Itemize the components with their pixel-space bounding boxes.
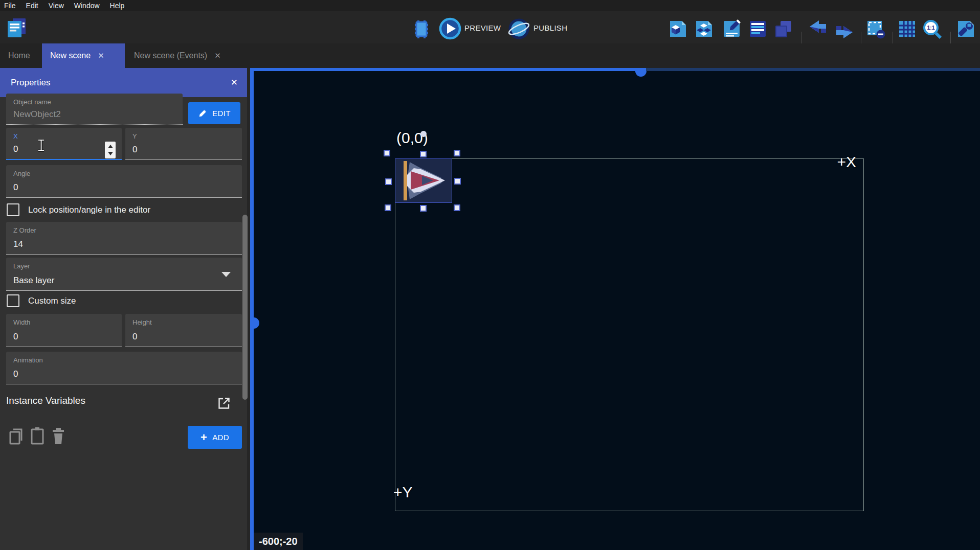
cursor-coordinates: -600;-20	[259, 536, 298, 547]
tab-label: Home	[8, 51, 30, 60]
tab-label: New scene	[50, 51, 91, 60]
redo-icon[interactable]	[834, 20, 854, 39]
resize-handle-bottom-center[interactable]	[420, 205, 427, 212]
object-name-value: NewObject2	[13, 109, 61, 120]
open-settings-icon[interactable]	[956, 19, 975, 38]
custom-size-checkbox[interactable]	[7, 294, 19, 307]
debug-icon[interactable]	[410, 19, 433, 39]
resize-handle-bottom-left[interactable]	[385, 204, 391, 211]
undo-icon[interactable]	[808, 19, 829, 38]
project-manager-icon[interactable]	[5, 17, 28, 40]
width-label: Width	[13, 318, 30, 326]
menu-bar: File Edit View Window Help	[0, 0, 980, 11]
tab-label: New scene (Events)	[134, 51, 207, 60]
tab-close-icon[interactable]: ✕	[214, 51, 221, 60]
z-order-label: Z Order	[13, 226, 36, 234]
menu-window[interactable]: Window	[74, 2, 100, 10]
open-instances-list-icon[interactable]	[748, 19, 767, 38]
properties-panel-header: Properties ✕	[0, 68, 247, 97]
delete-icon[interactable]	[51, 427, 65, 447]
axis-x-label: +X	[822, 153, 856, 171]
publish-label[interactable]: PUBLISH	[533, 24, 567, 32]
tab-close-icon[interactable]: ✕	[98, 51, 104, 60]
resize-handle-top-right[interactable]	[454, 150, 460, 156]
preview-label[interactable]: PREVIEW	[464, 24, 501, 32]
axis-y-label: +Y	[393, 484, 413, 501]
y-position-field[interactable]: Y 0	[125, 128, 242, 160]
animation-field[interactable]: Animation 0	[6, 352, 242, 384]
svg-text:1:1: 1:1	[927, 25, 934, 31]
resize-handle-mid-right[interactable]	[454, 178, 461, 185]
main-toolbar: PREVIEW PUBLISH	[0, 11, 980, 43]
width-value: 0	[13, 332, 18, 342]
pencil-icon	[198, 109, 207, 118]
instance-variables-title: Instance Variables	[6, 395, 85, 406]
app-window: File Edit View Window Help	[0, 0, 980, 550]
x-field-value: 0	[13, 144, 18, 154]
add-variable-button[interactable]: + ADD	[188, 426, 242, 449]
paste-icon[interactable]	[30, 426, 45, 448]
y-field-label: Y	[132, 132, 137, 140]
publish-button[interactable]	[507, 17, 530, 40]
z-order-value: 14	[13, 239, 23, 249]
x-position-field[interactable]: X 0	[6, 128, 122, 160]
canvas-divider-horizontal[interactable]	[250, 68, 646, 71]
animation-value: 0	[13, 369, 18, 379]
properties-panel: Properties ✕ Object name NewObject2 EDIT…	[0, 68, 247, 550]
tab-strip: Home New scene ✕ New scene (Events) ✕	[0, 43, 980, 68]
open-in-new-icon[interactable]	[217, 396, 231, 413]
selected-sprite-instance[interactable]	[395, 158, 452, 203]
layer-dropdown[interactable]: Layer Base layer	[6, 258, 242, 291]
edit-objects-icon[interactable]	[669, 19, 687, 38]
tab-new-scene-events[interactable]: New scene (Events) ✕	[126, 43, 246, 68]
menu-view[interactable]: View	[49, 2, 64, 10]
preview-button[interactable]	[439, 17, 461, 40]
tab-home[interactable]: Home	[0, 43, 41, 68]
scene-window-border	[395, 158, 864, 511]
edit-button-label: EDIT	[212, 109, 231, 118]
panel-scrollbar[interactable]	[242, 215, 248, 400]
menu-edit[interactable]: Edit	[26, 2, 38, 10]
rotation-handle[interactable]	[420, 131, 427, 137]
width-field[interactable]: Width 0	[6, 314, 122, 347]
menu-help[interactable]: Help	[110, 2, 125, 10]
copy-icon[interactable]	[8, 427, 24, 448]
panel-title: Properties	[11, 78, 50, 88]
zoom-reset-icon[interactable]: 1:1	[922, 19, 943, 40]
x-field-label: X	[13, 132, 18, 140]
angle-field-value: 0	[13, 182, 18, 193]
angle-field-label: Angle	[13, 170, 30, 177]
tab-new-scene[interactable]: New scene ✕	[42, 43, 125, 68]
chevron-down-icon	[221, 272, 231, 277]
edit-object-button[interactable]: EDIT	[188, 102, 240, 124]
edit-object-groups-icon[interactable]	[695, 19, 714, 38]
custom-size-checkbox-row: Custom size	[7, 294, 76, 307]
publish-globe-icon	[507, 17, 530, 40]
lock-position-checkbox-row: Lock position/angle in the editor	[7, 203, 150, 216]
height-field[interactable]: Height 0	[125, 314, 242, 347]
resize-handle-bottom-right[interactable]	[454, 204, 460, 211]
z-order-field[interactable]: Z Order 14	[6, 222, 242, 255]
canvas-divider-horizontal-dim	[646, 68, 980, 71]
clear-selection-icon[interactable]	[865, 19, 886, 39]
panel-close-icon[interactable]: ✕	[231, 77, 238, 88]
preview-play-icon	[439, 17, 461, 40]
custom-size-label: Custom size	[28, 296, 76, 306]
x-field-stepper[interactable]	[105, 142, 116, 158]
lock-position-label: Lock position/angle in the editor	[28, 205, 150, 215]
panel-divider-vertical[interactable]	[250, 68, 254, 550]
edit-properties-icon[interactable]	[722, 19, 741, 38]
object-name-field[interactable]: Object name NewObject2	[6, 94, 183, 125]
menu-file[interactable]: File	[4, 2, 16, 10]
lock-position-checkbox[interactable]	[7, 203, 19, 216]
height-label: Height	[132, 318, 152, 326]
angle-field[interactable]: Angle 0	[6, 165, 242, 198]
resize-handle-top-center[interactable]	[420, 151, 427, 157]
y-field-value: 0	[132, 145, 137, 155]
toggle-grid-icon[interactable]	[898, 19, 917, 38]
resize-handle-top-left[interactable]	[384, 150, 390, 156]
cursor-coordinates-badge: -600;-20	[254, 533, 303, 550]
open-layers-icon[interactable]	[774, 19, 793, 38]
spaceship-sprite	[395, 159, 452, 202]
resize-handle-mid-left[interactable]	[385, 178, 392, 185]
